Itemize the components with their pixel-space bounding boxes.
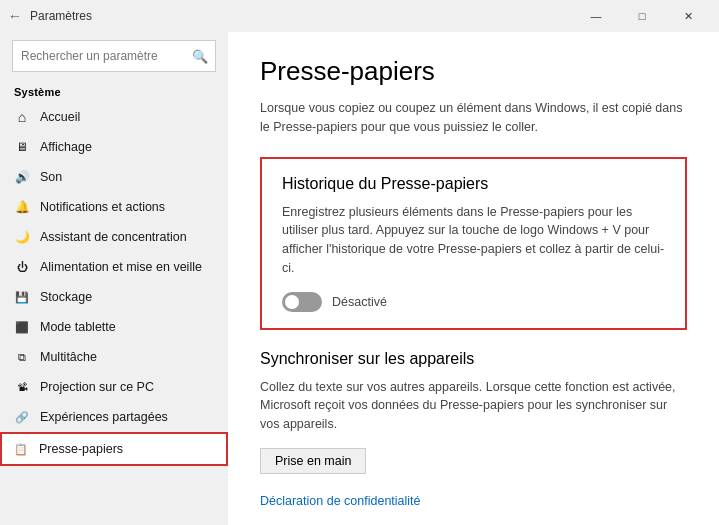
sidebar-label-affichage: Affichage [40, 140, 92, 154]
projection-icon: 📽 [14, 379, 30, 395]
prise-en-main-button[interactable]: Prise en main [260, 448, 366, 474]
affichage-icon: 🖥 [14, 139, 30, 155]
tablette-icon: ⬛ [14, 319, 30, 335]
sidebar-label-presse: Presse-papiers [39, 442, 123, 456]
sidebar-item-son[interactable]: 🔊 Son [0, 162, 228, 192]
sidebar-item-stockage[interactable]: 💾 Stockage [0, 282, 228, 312]
alimentation-icon: ⏻ [14, 259, 30, 275]
sidebar-item-alimentation[interactable]: ⏻ Alimentation et mise en veille [0, 252, 228, 282]
search-input[interactable] [12, 40, 216, 72]
sidebar-item-affichage[interactable]: 🖥 Affichage [0, 132, 228, 162]
titlebar-title: Paramètres [30, 9, 92, 23]
sidebar-label-alimentation: Alimentation et mise en veille [40, 260, 202, 274]
sync-description: Collez du texte sur vos autres appareils… [260, 378, 687, 434]
toggle-container: Désactivé [282, 292, 665, 312]
sidebar-item-notifications[interactable]: 🔔 Notifications et actions [0, 192, 228, 222]
search-icon: 🔍 [192, 49, 208, 64]
sync-section: Synchroniser sur les appareils Collez du… [260, 350, 687, 474]
toggle-track [282, 292, 322, 312]
sidebar: 🔍 Système ⌂ Accueil 🖥 Affichage 🔊 Son 🔔 … [0, 32, 228, 525]
titlebar-left: ← Paramètres [8, 8, 92, 24]
assistant-icon: 🌙 [14, 229, 30, 245]
sidebar-label-multitache: Multitâche [40, 350, 97, 364]
search-container: 🔍 [12, 40, 216, 72]
sidebar-label-accueil: Accueil [40, 110, 80, 124]
stockage-icon: 💾 [14, 289, 30, 305]
sidebar-label-stockage: Stockage [40, 290, 92, 304]
history-description: Enregistrez plusieurs éléments dans le P… [282, 203, 665, 278]
main-content: Presse-papiers Lorsque vous copiez ou co… [228, 32, 719, 525]
sidebar-label-projection: Projection sur ce PC [40, 380, 154, 394]
toggle-label: Désactivé [332, 295, 387, 309]
sidebar-item-presse[interactable]: 📋 Presse-papiers [0, 432, 228, 466]
multitache-icon: ⧉ [14, 349, 30, 365]
notifications-icon: 🔔 [14, 199, 30, 215]
sidebar-label-notifications: Notifications et actions [40, 200, 165, 214]
back-icon[interactable]: ← [8, 8, 22, 24]
sync-title: Synchroniser sur les appareils [260, 350, 687, 368]
maximize-button[interactable]: □ [619, 0, 665, 32]
titlebar-controls: — □ ✕ [573, 0, 711, 32]
sidebar-item-experiences[interactable]: 🔗 Expériences partagées [0, 402, 228, 432]
sidebar-item-accueil[interactable]: ⌂ Accueil [0, 102, 228, 132]
sidebar-label-son: Son [40, 170, 62, 184]
app-container: 🔍 Système ⌂ Accueil 🖥 Affichage 🔊 Son 🔔 … [0, 32, 719, 525]
sidebar-label-experiences: Expériences partagées [40, 410, 168, 424]
titlebar: ← Paramètres — □ ✕ [0, 0, 719, 32]
close-button[interactable]: ✕ [665, 0, 711, 32]
experiences-icon: 🔗 [14, 409, 30, 425]
presse-icon: 📋 [13, 441, 29, 457]
page-description: Lorsque vous copiez ou coupez un élément… [260, 99, 687, 137]
sidebar-item-multitache[interactable]: ⧉ Multitâche [0, 342, 228, 372]
sidebar-section-title: Système [0, 80, 228, 102]
sidebar-item-assistant[interactable]: 🌙 Assistant de concentration [0, 222, 228, 252]
sidebar-item-projection[interactable]: 📽 Projection sur ce PC [0, 372, 228, 402]
sidebar-label-assistant: Assistant de concentration [40, 230, 187, 244]
sidebar-label-tablette: Mode tablette [40, 320, 116, 334]
history-toggle[interactable] [282, 292, 322, 312]
toggle-thumb [285, 295, 299, 309]
minimize-button[interactable]: — [573, 0, 619, 32]
history-title: Historique du Presse-papiers [282, 175, 665, 193]
sidebar-item-tablette[interactable]: ⬛ Mode tablette [0, 312, 228, 342]
page-title: Presse-papiers [260, 56, 687, 87]
privacy-link[interactable]: Déclaration de confidentialité [260, 494, 687, 508]
son-icon: 🔊 [14, 169, 30, 185]
history-section: Historique du Presse-papiers Enregistrez… [260, 157, 687, 330]
accueil-icon: ⌂ [14, 109, 30, 125]
